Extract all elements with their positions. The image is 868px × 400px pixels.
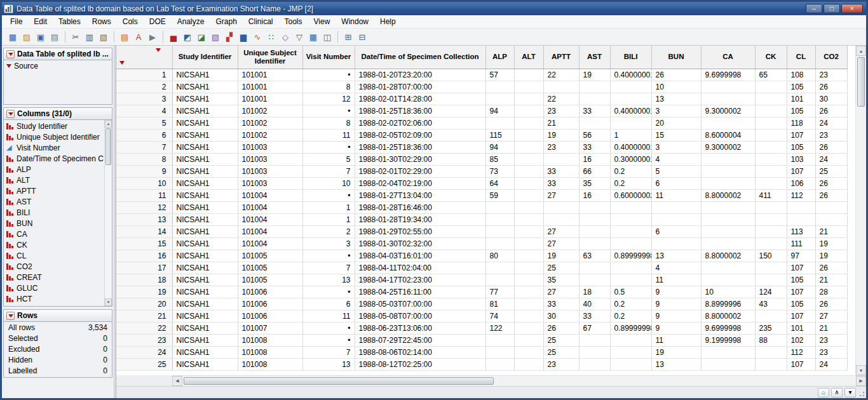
cell[interactable]: NICSAH1 xyxy=(172,165,238,177)
menu-item-cols[interactable]: Cols xyxy=(117,16,144,27)
cell[interactable] xyxy=(514,322,543,334)
cell[interactable]: 5 xyxy=(651,165,701,177)
cell[interactable] xyxy=(755,141,787,153)
menu-item-tables[interactable]: Tables xyxy=(53,16,86,27)
cell[interactable]: 101005 xyxy=(238,262,302,274)
columns-scrollbar[interactable]: ▲ ▼ xyxy=(104,120,112,306)
cell[interactable]: 1988-02-05T02:09:00 xyxy=(355,129,485,141)
cell[interactable]: 107 xyxy=(787,286,815,298)
cell[interactable]: 97 xyxy=(787,250,815,262)
cell[interactable]: 27 xyxy=(543,286,579,298)
cell[interactable]: 13 xyxy=(302,274,355,286)
row-number[interactable]: 20 xyxy=(116,298,172,310)
menu-item-clinical[interactable]: Clinical xyxy=(243,16,279,27)
cell[interactable]: 0.2 xyxy=(610,310,651,322)
cell[interactable]: 94 xyxy=(485,105,514,117)
cell[interactable]: 411 xyxy=(755,189,787,201)
cell[interactable] xyxy=(514,358,543,370)
row-number[interactable]: 22 xyxy=(116,322,172,334)
horizontal-scrollbar[interactable]: ◀ ▶ xyxy=(172,375,866,386)
cell[interactable]: 8 xyxy=(302,117,355,129)
cell[interactable]: 101007 xyxy=(238,322,302,334)
fit-y-by-x-button[interactable]: ◩ xyxy=(180,30,194,44)
scroll-left-icon[interactable]: ◀ xyxy=(172,376,182,386)
menu-item-edit[interactable]: Edit xyxy=(28,16,53,27)
row-number[interactable]: 12 xyxy=(116,201,172,213)
cell[interactable]: 105 xyxy=(787,274,815,286)
cell[interactable] xyxy=(579,93,610,105)
cell[interactable]: NICSAH1 xyxy=(172,250,238,262)
cell[interactable]: 101006 xyxy=(238,298,302,310)
column-header[interactable]: AST xyxy=(579,46,610,69)
cell[interactable] xyxy=(514,237,543,250)
cell[interactable]: 94 xyxy=(485,141,514,153)
cell[interactable]: • xyxy=(302,286,355,298)
cell[interactable]: 26 xyxy=(815,81,847,93)
cell[interactable]: 8 xyxy=(302,81,355,93)
open-button[interactable]: ▨ xyxy=(20,30,34,44)
resize-grip[interactable] xyxy=(858,390,865,397)
vertical-scrollbar-track[interactable] xyxy=(856,56,866,365)
column-item[interactable]: ALP xyxy=(4,164,104,175)
chart-button[interactable]: ▆ xyxy=(236,30,250,44)
row-number[interactable]: 13 xyxy=(116,213,172,225)
cell[interactable]: 101006 xyxy=(238,310,302,322)
cell[interactable]: NICSAH1 xyxy=(172,153,238,165)
cell[interactable] xyxy=(701,153,755,165)
cell[interactable]: 9 xyxy=(651,322,701,334)
cell[interactable]: 81 xyxy=(485,298,514,310)
cell[interactable]: 8.8000002 xyxy=(701,310,755,322)
cell[interactable] xyxy=(543,81,579,93)
cell[interactable]: 25 xyxy=(543,334,579,346)
cell[interactable]: 106 xyxy=(787,177,815,189)
red-triangle-icon[interactable] xyxy=(6,110,15,118)
minimize-button[interactable]: – xyxy=(806,4,822,13)
menu-item-analyze[interactable]: Analyze xyxy=(172,16,210,27)
cell[interactable]: 26 xyxy=(815,262,847,274)
cell[interactable]: NICSAH1 xyxy=(172,274,238,286)
row-number[interactable]: 16 xyxy=(116,250,172,262)
row-number[interactable]: 9 xyxy=(116,165,172,177)
cell[interactable]: 33 xyxy=(579,141,610,153)
column-header[interactable]: ALT xyxy=(514,46,543,69)
cell[interactable] xyxy=(579,334,610,346)
cell[interactable]: NICSAH1 xyxy=(172,334,238,346)
cell[interactable]: 23 xyxy=(815,346,847,358)
cell[interactable]: 33 xyxy=(543,298,579,310)
cell[interactable] xyxy=(701,358,755,370)
cell[interactable] xyxy=(485,81,514,93)
collapse-panel-icon[interactable]: ∧ xyxy=(831,388,843,397)
cell[interactable] xyxy=(755,358,787,370)
cell[interactable]: 35 xyxy=(543,274,579,286)
cell[interactable]: 101008 xyxy=(238,334,302,346)
cell[interactable]: 24 xyxy=(815,153,847,165)
row-number[interactable]: 8 xyxy=(116,153,172,165)
cell[interactable]: 21 xyxy=(815,274,847,286)
cell[interactable]: • xyxy=(302,189,355,201)
cell[interactable] xyxy=(514,177,543,189)
cell[interactable]: 74 xyxy=(485,310,514,322)
cell[interactable]: NICSAH1 xyxy=(172,213,238,225)
columns-scrollbar-thumb[interactable] xyxy=(105,128,111,165)
columns-scrollbar-track[interactable] xyxy=(105,128,112,298)
cell[interactable]: NICSAH1 xyxy=(172,237,238,250)
cell[interactable] xyxy=(514,153,543,165)
cell[interactable]: 10 xyxy=(651,81,701,93)
cell[interactable]: 6 xyxy=(651,225,701,237)
graph-builder-button[interactable]: ▞ xyxy=(222,30,236,44)
cell[interactable]: 35 xyxy=(579,177,610,189)
layout-button[interactable]: ⊟ xyxy=(355,30,369,44)
cell[interactable] xyxy=(579,262,610,274)
source-item[interactable]: Source xyxy=(4,60,112,72)
cell[interactable]: 11 xyxy=(302,310,355,322)
cell[interactable]: 1988-02-01T14:28:00 xyxy=(355,93,485,105)
row-number[interactable]: 3 xyxy=(116,93,172,105)
cell[interactable]: 1 xyxy=(302,213,355,225)
cell[interactable]: 0.60000002 xyxy=(610,189,651,201)
cell[interactable] xyxy=(755,225,787,237)
cell[interactable]: 1988-06-23T13:06:00 xyxy=(355,322,485,334)
cell[interactable]: 3 xyxy=(651,141,701,153)
cell[interactable] xyxy=(514,69,543,81)
cell[interactable]: 101005 xyxy=(238,250,302,262)
cell[interactable]: 11 xyxy=(651,334,701,346)
